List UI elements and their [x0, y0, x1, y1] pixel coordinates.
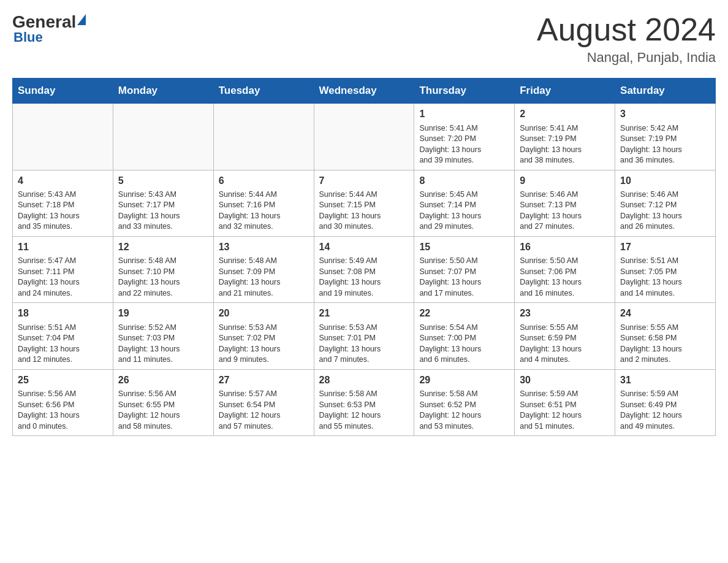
day-info: Sunrise: 5:48 AM Sunset: 7:10 PM Dayligh…: [118, 256, 208, 299]
day-number: 31: [620, 373, 710, 387]
calendar-cell: 13Sunrise: 5:48 AM Sunset: 7:09 PM Dayli…: [213, 236, 314, 302]
day-info: Sunrise: 5:56 AM Sunset: 6:55 PM Dayligh…: [118, 389, 208, 432]
day-info: Sunrise: 5:50 AM Sunset: 7:07 PM Dayligh…: [419, 256, 509, 299]
day-info: Sunrise: 5:55 AM Sunset: 6:59 PM Dayligh…: [520, 323, 610, 366]
calendar-cell: 14Sunrise: 5:49 AM Sunset: 7:08 PM Dayli…: [314, 236, 414, 302]
title-block: August 2024 Nangal, Punjab, India: [537, 12, 716, 66]
day-number: 23: [520, 307, 610, 320]
day-info: Sunrise: 5:48 AM Sunset: 7:09 PM Dayligh…: [219, 256, 309, 299]
day-number: 6: [219, 174, 309, 188]
calendar-header-row: Sunday Monday Tuesday Wednesday Thursday…: [13, 79, 716, 104]
day-info: Sunrise: 5:57 AM Sunset: 6:54 PM Dayligh…: [219, 389, 309, 432]
calendar-cell: 16Sunrise: 5:50 AM Sunset: 7:06 PM Dayli…: [515, 236, 615, 302]
day-info: Sunrise: 5:52 AM Sunset: 7:03 PM Dayligh…: [118, 323, 208, 366]
day-info: Sunrise: 5:46 AM Sunset: 7:13 PM Dayligh…: [520, 190, 610, 232]
calendar-cell: 2Sunrise: 5:41 AM Sunset: 7:19 PM Daylig…: [515, 104, 615, 170]
calendar-week-4: 18Sunrise: 5:51 AM Sunset: 7:04 PM Dayli…: [13, 303, 716, 369]
day-info: Sunrise: 5:41 AM Sunset: 7:20 PM Dayligh…: [419, 123, 509, 166]
calendar-cell: 29Sunrise: 5:58 AM Sunset: 6:52 PM Dayli…: [414, 369, 515, 435]
day-info: Sunrise: 5:47 AM Sunset: 7:11 PM Dayligh…: [18, 256, 108, 299]
header-wednesday: Wednesday: [314, 79, 414, 104]
day-number: 21: [319, 307, 409, 320]
day-info: Sunrise: 5:53 AM Sunset: 7:01 PM Dayligh…: [319, 323, 409, 366]
calendar-table: Sunday Monday Tuesday Wednesday Thursday…: [12, 78, 716, 436]
day-number: 7: [319, 174, 409, 188]
calendar-week-2: 4Sunrise: 5:43 AM Sunset: 7:18 PM Daylig…: [13, 170, 716, 236]
calendar-cell: 30Sunrise: 5:59 AM Sunset: 6:51 PM Dayli…: [515, 369, 615, 435]
calendar-cell: 11Sunrise: 5:47 AM Sunset: 7:11 PM Dayli…: [13, 236, 113, 302]
day-info: Sunrise: 5:56 AM Sunset: 6:56 PM Dayligh…: [18, 389, 108, 432]
day-number: 25: [18, 373, 108, 387]
day-number: 30: [520, 373, 610, 387]
day-info: Sunrise: 5:42 AM Sunset: 7:19 PM Dayligh…: [620, 123, 710, 166]
day-info: Sunrise: 5:59 AM Sunset: 6:51 PM Dayligh…: [520, 389, 610, 432]
day-number: 19: [118, 307, 208, 320]
day-number: 3: [620, 107, 710, 121]
day-info: Sunrise: 5:45 AM Sunset: 7:14 PM Dayligh…: [419, 190, 509, 232]
day-info: Sunrise: 5:44 AM Sunset: 7:16 PM Dayligh…: [219, 190, 309, 232]
calendar-cell: 28Sunrise: 5:58 AM Sunset: 6:53 PM Dayli…: [314, 369, 414, 435]
calendar-cell: 9Sunrise: 5:46 AM Sunset: 7:13 PM Daylig…: [515, 170, 615, 236]
day-number: 17: [620, 240, 710, 254]
day-number: 11: [18, 240, 108, 254]
header-friday: Friday: [515, 79, 615, 104]
day-number: 18: [18, 307, 108, 320]
day-info: Sunrise: 5:41 AM Sunset: 7:19 PM Dayligh…: [520, 123, 610, 166]
header-sunday: Sunday: [13, 79, 113, 104]
day-info: Sunrise: 5:53 AM Sunset: 7:02 PM Dayligh…: [219, 323, 309, 366]
calendar-cell: 6Sunrise: 5:44 AM Sunset: 7:16 PM Daylig…: [213, 170, 314, 236]
calendar-cell: 17Sunrise: 5:51 AM Sunset: 7:05 PM Dayli…: [615, 236, 716, 302]
calendar-cell: [213, 104, 314, 170]
calendar-week-5: 25Sunrise: 5:56 AM Sunset: 6:56 PM Dayli…: [13, 369, 716, 435]
day-number: 9: [520, 174, 610, 188]
day-info: Sunrise: 5:58 AM Sunset: 6:53 PM Dayligh…: [319, 389, 409, 432]
page-header: General Blue August 2024 Nangal, Punjab,…: [12, 12, 716, 66]
logo-blue: Blue: [13, 29, 43, 45]
day-number: 10: [620, 174, 710, 188]
calendar-week-3: 11Sunrise: 5:47 AM Sunset: 7:11 PM Dayli…: [13, 236, 716, 302]
day-info: Sunrise: 5:54 AM Sunset: 7:00 PM Dayligh…: [419, 323, 509, 366]
calendar-cell: 4Sunrise: 5:43 AM Sunset: 7:18 PM Daylig…: [13, 170, 113, 236]
day-info: Sunrise: 5:55 AM Sunset: 6:58 PM Dayligh…: [620, 323, 710, 366]
calendar-cell: 21Sunrise: 5:53 AM Sunset: 7:01 PM Dayli…: [314, 303, 414, 369]
day-number: 13: [219, 240, 309, 254]
day-info: Sunrise: 5:43 AM Sunset: 7:17 PM Dayligh…: [118, 190, 208, 232]
calendar-cell: 25Sunrise: 5:56 AM Sunset: 6:56 PM Dayli…: [13, 369, 113, 435]
calendar-cell: [113, 104, 213, 170]
calendar-cell: 7Sunrise: 5:44 AM Sunset: 7:15 PM Daylig…: [314, 170, 414, 236]
header-saturday: Saturday: [615, 79, 716, 104]
day-number: 24: [620, 307, 710, 320]
day-info: Sunrise: 5:51 AM Sunset: 7:04 PM Dayligh…: [18, 323, 108, 366]
calendar-cell: 3Sunrise: 5:42 AM Sunset: 7:19 PM Daylig…: [615, 104, 716, 170]
logo: General Blue: [12, 12, 87, 45]
calendar-cell: 19Sunrise: 5:52 AM Sunset: 7:03 PM Dayli…: [113, 303, 213, 369]
main-title: August 2024: [537, 12, 716, 47]
day-number: 16: [520, 240, 610, 254]
day-number: 15: [419, 240, 509, 254]
location-subtitle: Nangal, Punjab, India: [537, 50, 716, 66]
calendar-cell: 15Sunrise: 5:50 AM Sunset: 7:07 PM Dayli…: [414, 236, 515, 302]
day-info: Sunrise: 5:58 AM Sunset: 6:52 PM Dayligh…: [419, 389, 509, 432]
calendar-cell: 24Sunrise: 5:55 AM Sunset: 6:58 PM Dayli…: [615, 303, 716, 369]
day-number: 20: [219, 307, 309, 320]
calendar-cell: 18Sunrise: 5:51 AM Sunset: 7:04 PM Dayli…: [13, 303, 113, 369]
calendar-cell: 27Sunrise: 5:57 AM Sunset: 6:54 PM Dayli…: [213, 369, 314, 435]
calendar-cell: 31Sunrise: 5:59 AM Sunset: 6:49 PM Dayli…: [615, 369, 716, 435]
day-info: Sunrise: 5:50 AM Sunset: 7:06 PM Dayligh…: [520, 256, 610, 299]
calendar-week-1: 1Sunrise: 5:41 AM Sunset: 7:20 PM Daylig…: [13, 104, 716, 170]
day-number: 28: [319, 373, 409, 387]
day-number: 22: [419, 307, 509, 320]
calendar-cell: 8Sunrise: 5:45 AM Sunset: 7:14 PM Daylig…: [414, 170, 515, 236]
logo-arrow-icon: [77, 14, 86, 25]
day-number: 27: [219, 373, 309, 387]
day-number: 4: [18, 174, 108, 188]
calendar-cell: 1Sunrise: 5:41 AM Sunset: 7:20 PM Daylig…: [414, 104, 515, 170]
day-info: Sunrise: 5:46 AM Sunset: 7:12 PM Dayligh…: [620, 190, 710, 232]
day-number: 8: [419, 174, 509, 188]
calendar-cell: 23Sunrise: 5:55 AM Sunset: 6:59 PM Dayli…: [515, 303, 615, 369]
day-info: Sunrise: 5:43 AM Sunset: 7:18 PM Dayligh…: [18, 190, 108, 232]
day-number: 1: [419, 107, 509, 121]
header-thursday: Thursday: [414, 79, 515, 104]
day-number: 29: [419, 373, 509, 387]
calendar-cell: [314, 104, 414, 170]
